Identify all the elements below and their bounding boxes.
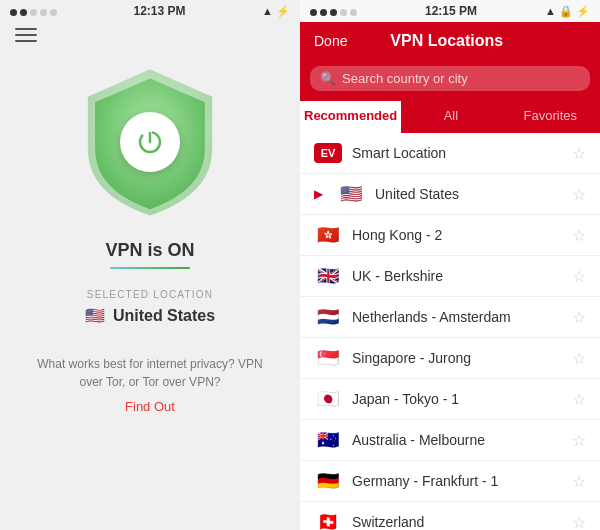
location-name: Japan - Tokyo - 1 [352, 391, 562, 407]
vpn-status-text: VPN is ON [105, 240, 194, 261]
list-item[interactable]: 🇳🇱 Netherlands - Amsterdam ☆ [300, 297, 600, 338]
right-time: 12:15 PM [425, 4, 477, 18]
search-bar: 🔍 [300, 60, 600, 101]
us-flag-left: 🇺🇸 [85, 306, 105, 325]
right-panel: 12:15 PM ▲ 🔒 ⚡ Done VPN Locations 🔍 Reco… [300, 0, 600, 530]
dot-2 [20, 9, 27, 16]
hamburger-line-1 [15, 28, 37, 30]
hamburger-line-3 [15, 40, 37, 42]
left-panel: 12:13 PM ▲ ⚡ VPN is ON [0, 0, 300, 530]
selected-location-label: SELECTED LOCATION [87, 289, 213, 300]
right-status-bar: 12:15 PM ▲ 🔒 ⚡ [300, 0, 600, 22]
location-name: Germany - Frankfurt - 1 [352, 473, 562, 489]
star-icon[interactable]: ☆ [572, 267, 586, 286]
location-name: United States [375, 186, 562, 202]
tab-recommended[interactable]: Recommended [300, 101, 401, 133]
find-out-link[interactable]: Find Out [125, 399, 175, 414]
star-icon[interactable]: ☆ [572, 308, 586, 327]
list-item[interactable]: 🇦🇺 Australia - Melbourne ☆ [300, 420, 600, 461]
us-flag: 🇺🇸 [337, 184, 365, 204]
list-item[interactable]: 🇭🇰 Hong Kong - 2 ☆ [300, 215, 600, 256]
selected-location-name: United States [113, 307, 215, 325]
dot-1 [10, 9, 17, 16]
star-icon[interactable]: ☆ [572, 185, 586, 204]
list-item[interactable]: ▶ 🇺🇸 United States ☆ [300, 174, 600, 215]
uk-flag: 🇬🇧 [314, 266, 342, 286]
search-input[interactable] [342, 71, 580, 86]
rdot-4 [340, 9, 347, 16]
list-item[interactable]: 🇬🇧 UK - Berkshire ☆ [300, 256, 600, 297]
dot-4 [40, 9, 47, 16]
star-icon[interactable]: ☆ [572, 144, 586, 163]
tab-favorites[interactable]: Favorites [501, 101, 600, 133]
dot-5 [50, 9, 57, 16]
search-icon: 🔍 [320, 71, 336, 86]
vpn-locations-title: VPN Locations [390, 32, 503, 50]
star-icon[interactable]: ☆ [572, 472, 586, 491]
vpn-status-line [110, 267, 190, 269]
dot-3 [30, 9, 37, 16]
location-name: Switzerland [352, 514, 562, 530]
location-name: Hong Kong - 2 [352, 227, 562, 243]
power-icon [136, 128, 164, 156]
left-status-icons: ▲ ⚡ [262, 5, 290, 18]
sg-flag: 🇸🇬 [314, 348, 342, 368]
right-header: Done VPN Locations [300, 22, 600, 60]
right-signal-dots [310, 9, 357, 16]
list-item[interactable]: 🇨🇭 Switzerland ☆ [300, 502, 600, 530]
list-item[interactable]: 🇩🇪 Germany - Frankfurt - 1 ☆ [300, 461, 600, 502]
de-flag: 🇩🇪 [314, 471, 342, 491]
hamburger-line-2 [15, 34, 37, 36]
hamburger-menu[interactable] [15, 28, 37, 42]
au-flag: 🇦🇺 [314, 430, 342, 450]
location-name: Singapore - Jurong [352, 350, 562, 366]
search-input-wrap: 🔍 [310, 66, 590, 91]
location-name: Australia - Melbourne [352, 432, 562, 448]
star-icon[interactable]: ☆ [572, 349, 586, 368]
chevron-right-icon: ▶ [314, 187, 323, 201]
selected-location: 🇺🇸 United States [85, 306, 215, 325]
smart-location-icon: EV [314, 143, 342, 163]
signal-dots [10, 9, 57, 16]
power-button[interactable] [120, 112, 180, 172]
done-button[interactable]: Done [314, 33, 347, 49]
info-text: What works best for internet privacy? VP… [0, 355, 300, 391]
tabs: Recommended All Favorites [300, 101, 600, 133]
rdot-5 [350, 9, 357, 16]
jp-flag: 🇯🇵 [314, 389, 342, 409]
left-time: 12:13 PM [134, 4, 186, 18]
ch-flag: 🇨🇭 [314, 512, 342, 530]
location-name: Netherlands - Amsterdam [352, 309, 562, 325]
star-icon[interactable]: ☆ [572, 431, 586, 450]
hk-flag: 🇭🇰 [314, 225, 342, 245]
star-icon[interactable]: ☆ [572, 226, 586, 245]
list-item[interactable]: 🇯🇵 Japan - Tokyo - 1 ☆ [300, 379, 600, 420]
location-name: Smart Location [352, 145, 562, 161]
shield-container [70, 62, 230, 222]
list-item[interactable]: 🇸🇬 Singapore - Jurong ☆ [300, 338, 600, 379]
star-icon[interactable]: ☆ [572, 513, 586, 531]
left-status-bar: 12:13 PM ▲ ⚡ [0, 0, 300, 22]
rdot-2 [320, 9, 327, 16]
right-status-icons: ▲ 🔒 ⚡ [545, 5, 590, 18]
nl-flag: 🇳🇱 [314, 307, 342, 327]
rdot-3 [330, 9, 337, 16]
rdot-1 [310, 9, 317, 16]
location-list: EV Smart Location ☆ ▶ 🇺🇸 United States ☆… [300, 133, 600, 530]
list-item[interactable]: EV Smart Location ☆ [300, 133, 600, 174]
star-icon[interactable]: ☆ [572, 390, 586, 409]
location-name: UK - Berkshire [352, 268, 562, 284]
tab-all[interactable]: All [401, 101, 500, 133]
